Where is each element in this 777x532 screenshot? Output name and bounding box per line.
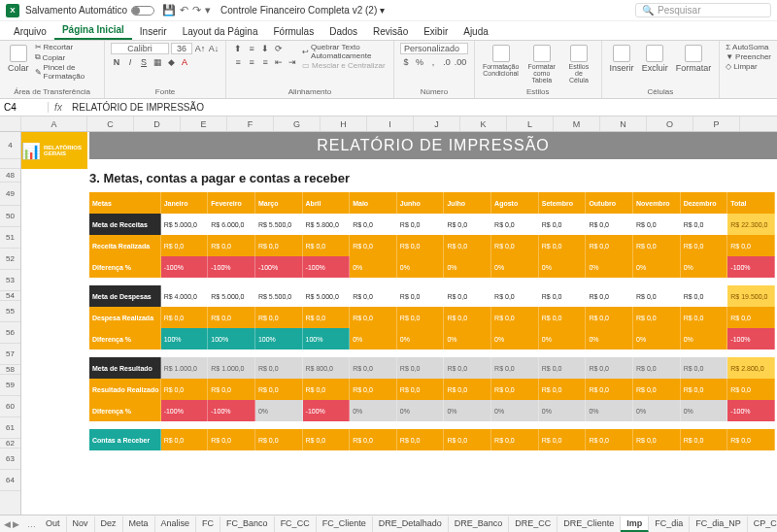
table-cell[interactable]: R$ 19.500,0 (727, 285, 775, 307)
row-header[interactable]: 4 (0, 132, 20, 159)
row-header[interactable]: 60 (0, 396, 20, 417)
row-header[interactable]: 49 (0, 183, 20, 206)
table-cell[interactable]: R$ 0,0 (633, 307, 681, 328)
col-header[interactable]: E (181, 116, 227, 131)
table-cell[interactable]: R$ 0,0 (397, 307, 445, 328)
row-header[interactable]: 56 (0, 322, 20, 344)
table-cell[interactable]: R$ 0,0 (161, 379, 209, 400)
table-cell[interactable]: R$ 0,0 (586, 357, 633, 379)
table-cell[interactable]: R$ 0,0 (255, 357, 303, 379)
sheet-tab[interactable]: Nov (67, 516, 95, 532)
table-cell[interactable]: R$ 0,0 (350, 285, 397, 307)
sheet-tab[interactable]: DRE_Cliente (557, 516, 621, 532)
formula-input[interactable]: RELATÓRIO DE IMPRESSÃO (68, 102, 777, 113)
table-cell[interactable]: R$ 0,0 (397, 214, 445, 235)
table-cell[interactable]: 0% (491, 400, 539, 421)
row-header[interactable]: 58 (0, 365, 20, 375)
worksheet-grid[interactable]: ABCDEFGHIJKLMNOP 44849505152535455565758… (0, 116, 777, 515)
row-header[interactable]: 57 (0, 344, 20, 365)
table-cell[interactable]: -100% (208, 400, 255, 421)
row-header[interactable]: 50 (0, 206, 20, 227)
format-table-button[interactable]: Formatar como Tabela (524, 43, 558, 85)
tab-next-icon[interactable]: ▶ (13, 519, 19, 529)
save-icon[interactable]: 💾 (162, 4, 176, 17)
table-cell[interactable]: R$ 0,0 (491, 429, 539, 450)
table-cell[interactable]: -100% (303, 400, 351, 421)
table-cell[interactable]: R$ 0,0 (491, 214, 539, 235)
indent-dec-icon[interactable]: ⇤ (273, 56, 285, 68)
tabs-overflow-left[interactable]: … (23, 519, 40, 529)
document-title[interactable]: Controle Financeiro Completa v2 (2) ▾ (220, 5, 385, 16)
table-cell[interactable]: R$ 0,0 (633, 379, 681, 400)
align-right-icon[interactable]: ≡ (259, 56, 271, 68)
table-cell[interactable]: R$ 0,0 (350, 235, 397, 256)
col-header[interactable]: K (460, 116, 507, 131)
table-cell[interactable]: 0% (350, 328, 397, 349)
table-cell[interactable]: 100% (161, 328, 209, 349)
table-cell[interactable]: R$ 5.000,0 (208, 285, 255, 307)
table-cell[interactable]: 100% (303, 328, 351, 349)
search-box[interactable]: 🔍 Pesquisar (635, 3, 771, 17)
align-mid-icon[interactable]: ≡ (246, 43, 257, 54)
number-format-select[interactable]: Personalizado (400, 43, 468, 54)
table-cell[interactable]: 0% (491, 328, 539, 349)
table-cell[interactable]: R$ 0,0 (161, 235, 209, 256)
redo-icon[interactable]: ↷ (192, 4, 201, 17)
col-header[interactable]: O (647, 116, 693, 131)
table-cell[interactable]: R$ 1.000,0 (208, 357, 255, 379)
table-cell[interactable]: 0% (444, 256, 491, 278)
table-cell[interactable]: R$ 5.500,0 (255, 285, 303, 307)
table-cell[interactable]: 0% (397, 400, 445, 421)
table-cell[interactable]: R$ 0,0 (681, 379, 728, 400)
col-header[interactable]: H (321, 116, 367, 131)
table-cell[interactable]: -100% (727, 256, 775, 278)
row-header[interactable]: 53 (0, 270, 20, 291)
table-cell[interactable]: R$ 0,0 (161, 429, 209, 450)
fill-button[interactable]: ▼Preencher (726, 52, 771, 61)
fx-icon[interactable]: fx (49, 102, 68, 113)
table-cell[interactable]: R$ 0,0 (586, 307, 633, 328)
inc-decimal-icon[interactable]: .0 (441, 56, 453, 68)
paste-button[interactable]: Colar (6, 43, 31, 75)
sheet-tab[interactable]: FC_Banco (220, 516, 275, 532)
table-cell[interactable]: 0% (255, 400, 303, 421)
merge-button[interactable]: ▭Mesclar e Centralizar (302, 61, 388, 70)
cell-styles-button[interactable]: Estilos de Célula (562, 43, 594, 85)
currency-icon[interactable]: $ (400, 56, 412, 68)
table-cell[interactable]: 100% (255, 328, 303, 349)
table-cell[interactable]: R$ 0,0 (350, 214, 397, 235)
clear-button[interactable]: ◇Limpar (726, 62, 771, 71)
table-cell[interactable]: -100% (255, 256, 303, 278)
table-cell[interactable]: R$ 0,0 (444, 379, 491, 400)
col-header[interactable]: L (507, 116, 554, 131)
table-cell[interactable]: R$ 0,0 (727, 235, 775, 256)
autosave-toggle[interactable]: Salvamento Automático (25, 5, 154, 16)
table-cell[interactable]: R$ 0,0 (586, 379, 633, 400)
table-cell[interactable]: R$ 0,0 (681, 429, 728, 450)
table-cell[interactable]: R$ 0,0 (491, 285, 539, 307)
table-cell[interactable]: -100% (303, 256, 351, 278)
delete-button[interactable]: Excluir (640, 43, 670, 75)
table-cell[interactable]: R$ 0,0 (681, 285, 728, 307)
decrease-font-icon[interactable]: A↓ (208, 43, 220, 54)
table-cell[interactable]: R$ 0,0 (350, 379, 397, 400)
col-header[interactable]: G (274, 116, 321, 131)
table-cell[interactable]: R$ 0,0 (491, 235, 539, 256)
table-cell[interactable]: R$ 0,0 (633, 214, 681, 235)
sheet-tab[interactable]: Out (40, 516, 67, 532)
table-cell[interactable]: R$ 0,0 (350, 429, 397, 450)
table-cell[interactable]: R$ 0,0 (681, 235, 728, 256)
table-cell[interactable]: R$ 0,0 (586, 429, 633, 450)
table-cell[interactable]: R$ 0,0 (350, 307, 397, 328)
table-cell[interactable]: R$ 0,0 (397, 357, 445, 379)
ribbon-tab[interactable]: Exibir (416, 23, 456, 40)
table-cell[interactable]: 0% (586, 400, 633, 421)
table-cell[interactable]: R$ 0,0 (444, 235, 491, 256)
table-cell[interactable]: R$ 0,0 (444, 214, 491, 235)
table-cell[interactable]: R$ 0,0 (444, 307, 491, 328)
table-cell[interactable]: -100% (161, 256, 209, 278)
sheet-tab[interactable]: Analise (155, 516, 197, 532)
row-header[interactable]: 55 (0, 301, 20, 322)
row-header[interactable]: 63 (0, 449, 20, 470)
ribbon-tab[interactable]: Ajuda (456, 23, 496, 40)
